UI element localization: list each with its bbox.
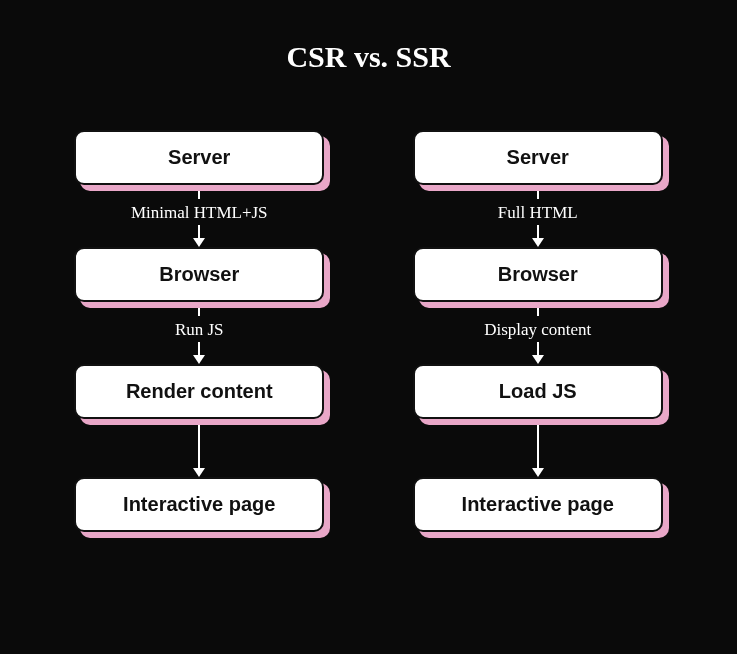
node-label: Server — [74, 130, 324, 185]
ssr-node-loadjs: Load JS — [413, 364, 663, 419]
node-label: Interactive page — [74, 477, 324, 532]
arrow-label: Run JS — [175, 316, 224, 342]
node-label: Browser — [74, 247, 324, 302]
ssr-node-interactive: Interactive page — [413, 477, 663, 532]
node-label: Render content — [74, 364, 324, 419]
node-label: Load JS — [413, 364, 663, 419]
csr-node-browser: Browser — [74, 247, 324, 302]
arrow-down-icon — [193, 238, 205, 247]
diagram-title: CSR vs. SSR — [0, 40, 737, 74]
arrow-down-icon — [193, 468, 205, 477]
arrow-label: Display content — [484, 316, 591, 342]
ssr-arrow-3 — [532, 419, 544, 477]
ssr-column: Server Full HTML Browser Display content… — [409, 130, 668, 532]
arrow-down-icon — [532, 238, 544, 247]
arrow-down-icon — [532, 355, 544, 364]
ssr-node-browser: Browser — [413, 247, 663, 302]
ssr-arrow-1: Full HTML — [498, 185, 578, 247]
node-label: Browser — [413, 247, 663, 302]
node-label: Server — [413, 130, 663, 185]
csr-column: Server Minimal HTML+JS Browser Run JS Re… — [70, 130, 329, 532]
arrow-label: Minimal HTML+JS — [131, 199, 268, 225]
csr-node-server: Server — [74, 130, 324, 185]
csr-arrow-1: Minimal HTML+JS — [131, 185, 268, 247]
csr-arrow-3 — [193, 419, 205, 477]
diagram-columns: Server Minimal HTML+JS Browser Run JS Re… — [0, 130, 737, 532]
ssr-arrow-2: Display content — [484, 302, 591, 364]
csr-arrow-2: Run JS — [175, 302, 224, 364]
node-label: Interactive page — [413, 477, 663, 532]
csr-node-interactive: Interactive page — [74, 477, 324, 532]
arrow-down-icon — [532, 468, 544, 477]
csr-node-render: Render content — [74, 364, 324, 419]
arrow-label: Full HTML — [498, 199, 578, 225]
arrow-down-icon — [193, 355, 205, 364]
ssr-node-server: Server — [413, 130, 663, 185]
